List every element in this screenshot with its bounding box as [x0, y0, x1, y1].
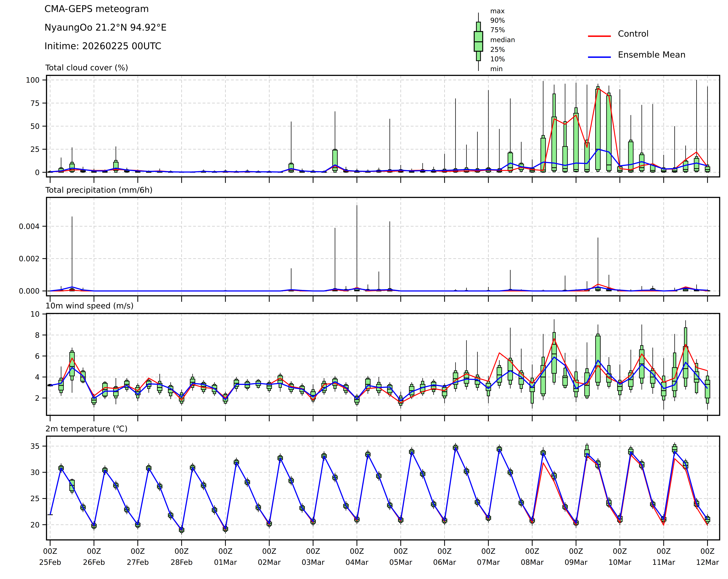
y-tick-label: 100	[26, 76, 40, 84]
x-tick-date: 25Feb	[39, 558, 61, 567]
x-tick-date: 01Mar	[214, 558, 237, 567]
y-tick-label: 50	[30, 122, 40, 130]
temp-ensemble-mean-line	[50, 448, 707, 530]
x-tick-date: 12Mar	[696, 558, 719, 567]
x-tick-date: 11Mar	[652, 558, 675, 567]
meteogram-plot: 02550751000.0000.0020.004246810202530350…	[0, 0, 728, 579]
x-tick-date: 03Mar	[302, 558, 324, 567]
x-tick-hour: 00Z	[43, 547, 57, 555]
y-tick-label: 2	[35, 394, 40, 402]
x-tick-date: 10Mar	[608, 558, 631, 567]
wind-boxplots	[48, 319, 710, 410]
x-tick-hour: 00Z	[394, 547, 408, 555]
y-tick-label: 0.004	[19, 222, 40, 231]
x-tick-date: 09Mar	[565, 558, 588, 567]
x-tick-hour: 00Z	[613, 547, 627, 555]
x-tick-date: 28Feb	[171, 558, 193, 567]
y-tick-label: 25	[30, 145, 40, 154]
y-tick-label: 0	[35, 168, 40, 177]
x-tick-hour: 00Z	[175, 547, 189, 555]
x-tick-hour: 00Z	[700, 547, 714, 555]
y-tick-label: 4	[35, 373, 40, 381]
x-tick-date: 08Mar	[521, 558, 544, 567]
temp-control-line	[50, 447, 707, 530]
x-tick-hour: 00Z	[350, 547, 364, 555]
panel-precip: 0.0000.0020.004	[19, 197, 720, 302]
meteogram-page: CMA-GEPS meteogram NyaungOo 21.2°N 94.92…	[0, 0, 728, 579]
x-tick-date: 07Mar	[477, 558, 500, 567]
y-tick-label: 30	[30, 468, 40, 477]
panel-cloud: 0255075100	[26, 75, 720, 183]
x-tick-date: 04Mar	[345, 558, 368, 567]
x-tick-date: 06Mar	[433, 558, 456, 567]
x-tick-date: 02Mar	[258, 558, 281, 567]
y-tick-label: 20	[30, 521, 40, 529]
y-tick-label: 0.000	[19, 287, 40, 295]
y-tick-label: 25	[30, 494, 40, 503]
x-tick-date: 26Feb	[83, 558, 105, 567]
x-tick-hour: 00Z	[262, 547, 276, 555]
x-tick-hour: 00Z	[525, 547, 539, 555]
y-tick-label: 75	[30, 99, 40, 107]
y-tick-label: 6	[35, 352, 40, 360]
x-tick-date: 27Feb	[127, 558, 149, 567]
precip-boxplots	[48, 205, 710, 291]
x-tick-hour: 00Z	[481, 547, 495, 555]
y-tick-label: 10	[30, 310, 40, 318]
x-tick-date: 05Mar	[389, 558, 412, 567]
panel-temp: 20253035	[30, 436, 720, 546]
y-tick-label: 35	[30, 442, 40, 451]
x-tick-hour: 00Z	[218, 547, 233, 555]
x-tick-hour: 00Z	[306, 547, 320, 555]
x-tick-hour: 00Z	[131, 547, 145, 555]
temp-boxplots	[48, 443, 710, 535]
panel-wind: 246810	[30, 310, 720, 421]
x-tick-hour: 00Z	[438, 547, 452, 555]
x-tick-hour: 00Z	[87, 547, 101, 555]
y-tick-label: 8	[35, 331, 40, 339]
y-tick-label: 0.002	[19, 254, 40, 263]
x-axis-labels: 00Z25Feb00Z26Feb00Z27Feb00Z28Feb00Z01Mar…	[39, 547, 719, 567]
x-tick-hour: 00Z	[569, 547, 583, 555]
x-tick-hour: 00Z	[657, 547, 671, 555]
